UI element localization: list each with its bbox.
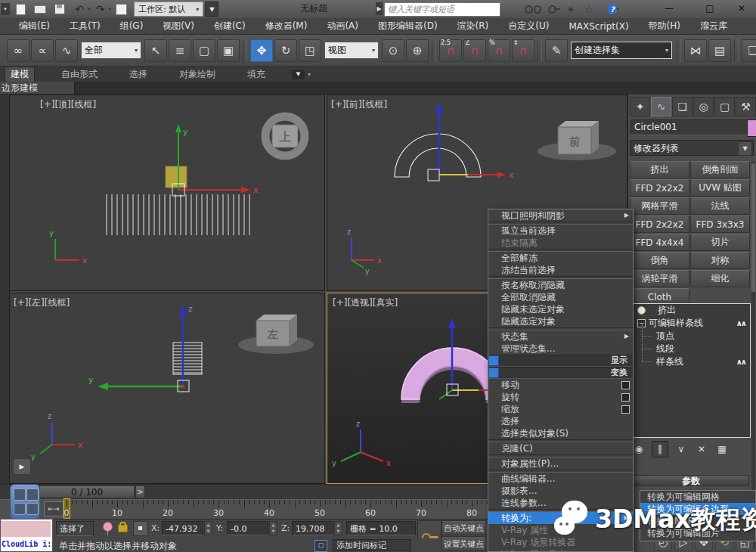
- undo-dropdown-icon[interactable]: ▾: [88, 6, 91, 12]
- context-menu-item[interactable]: 管理状态集...: [488, 343, 633, 355]
- remove-modifier-icon[interactable]: ✕: [694, 442, 709, 457]
- viewport-layout-tab-button[interactable]: [10, 484, 40, 519]
- z-axis-arrow[interactable]: [435, 103, 443, 113]
- ribbon-tab[interactable]: 自由形式: [56, 67, 103, 82]
- select-and-link-icon[interactable]: ∞: [7, 39, 29, 62]
- minimize-button[interactable]: —: [659, 3, 679, 14]
- context-menu-item[interactable]: 选择类似对象(S): [488, 427, 633, 439]
- use-pivot-center-icon[interactable]: ⊙: [382, 39, 404, 62]
- context-menu-item[interactable]: 冻结当前选择: [488, 264, 633, 276]
- context-menu-item[interactable]: 全部解冻: [488, 252, 633, 264]
- absolute-mode-transform-icon[interactable]: [133, 521, 148, 536]
- window-crossing-toggle-icon[interactable]: ▣: [217, 39, 240, 62]
- workspace-menu-button[interactable]: ▼: [205, 2, 218, 17]
- stack-item[interactable]: 顶点: [634, 330, 750, 343]
- workspace-dropdown[interactable]: 工作区: 默认▾: [134, 2, 203, 17]
- select-object-icon[interactable]: ↖: [144, 39, 167, 62]
- snap-toggle-25-icon[interactable]: ∩2.5: [439, 39, 462, 62]
- selected-profile-square[interactable]: [166, 166, 187, 188]
- quad-corner-icon[interactable]: [488, 367, 499, 378]
- context-menu-item[interactable]: 隐藏未选定对象: [488, 303, 633, 315]
- project-folder-icon[interactable]: [112, 2, 130, 17]
- save-file-icon[interactable]: [51, 2, 69, 17]
- stack-item[interactable]: 样条线∧∧: [634, 355, 750, 368]
- motion-tab[interactable]: ◎: [693, 97, 714, 116]
- context-menu-item[interactable]: 按名称取消隐藏: [488, 279, 633, 291]
- modifier-button[interactable]: 对称: [690, 252, 750, 269]
- ribbon-tab[interactable]: 填充: [242, 67, 271, 82]
- submenu-item[interactable]: 转换为可编辑网格: [640, 491, 755, 503]
- context-menu-item[interactable]: 旋转: [488, 391, 633, 403]
- tab-polygon-modeling[interactable]: 边形建模: [0, 82, 75, 94]
- stack-item[interactable]: −可编辑样条线∧∧: [634, 317, 750, 330]
- menubar-item[interactable]: 动画(A): [317, 20, 368, 33]
- quad-corner-icon[interactable]: [488, 355, 499, 366]
- modifier-button[interactable]: FFD 3x3x3: [690, 216, 750, 233]
- undo-icon[interactable]: ↶: [70, 2, 88, 17]
- open-file-icon[interactable]: [31, 2, 49, 17]
- search-icon[interactable]: [525, 2, 541, 17]
- ribbon-overflow-icon[interactable]: ▼: [292, 70, 305, 79]
- redo-icon[interactable]: ↷: [91, 2, 110, 17]
- context-menu-item[interactable]: 克隆(C): [488, 442, 633, 454]
- submenu-item[interactable]: 转换为可编辑多边形: [640, 503, 755, 515]
- y-spinner[interactable]: ▲▼: [269, 521, 277, 535]
- angle-snap-icon[interactable]: ∩∠: [463, 39, 486, 62]
- display-tab[interactable]: ▢: [714, 97, 735, 116]
- object-name-field[interactable]: Circle001: [631, 119, 748, 135]
- redo-dropdown-icon[interactable]: ▾: [109, 6, 112, 12]
- search-expand-icon[interactable]: ▶: [376, 2, 383, 15]
- modifier-button[interactable]: 倒角: [630, 252, 689, 269]
- configure-modifier-sets-icon[interactable]: ▦: [714, 442, 730, 457]
- expand-arrow-button[interactable]: ▶: [13, 458, 31, 475]
- time-slider[interactable]: 0 / 100: [39, 485, 135, 498]
- menubar-item[interactable]: 组(G): [110, 20, 153, 33]
- create-tab[interactable]: ✦: [630, 97, 650, 116]
- select-and-rotate-icon[interactable]: ↻: [274, 39, 297, 62]
- menubar-item[interactable]: 渲染(R): [448, 20, 499, 33]
- half-donut-wireframe[interactable]: [395, 134, 481, 177]
- chevron-down-icon[interactable]: ▼: [738, 141, 752, 156]
- modifier-button[interactable]: 切片: [690, 234, 750, 251]
- submenu-item[interactable]: 转换为可编辑面片: [640, 527, 755, 539]
- ribbon-tab[interactable]: 选择: [124, 67, 153, 82]
- context-menu-item[interactable]: 转换为:▶: [488, 512, 633, 524]
- app-menu-arrow-icon[interactable]: ▾: [1, 3, 10, 15]
- search-input[interactable]: 键入关键字或短语: [384, 2, 500, 17]
- x-axis-arrow[interactable]: [241, 187, 250, 193]
- select-and-manipulate-icon[interactable]: ⊕: [406, 39, 429, 62]
- menubar-item[interactable]: 编辑(E): [9, 20, 60, 33]
- menubar-item[interactable]: 创建(C): [204, 20, 256, 33]
- select-by-name-icon[interactable]: ≡: [169, 39, 191, 62]
- selection-lock-toggle-icon[interactable]: [118, 525, 128, 532]
- parameters-rollout-header[interactable]: 参数: [633, 475, 749, 486]
- menubar-item[interactable]: 修改器(M): [256, 20, 318, 33]
- y-coordinate-field[interactable]: -0.0: [227, 521, 268, 535]
- y-axis-arrow[interactable]: [175, 124, 181, 132]
- menubar-item[interactable]: 帮助(H): [639, 20, 690, 33]
- select-and-move-icon[interactable]: ✥: [250, 39, 273, 62]
- utilities-tab[interactable]: ⚒: [736, 97, 756, 116]
- submenu-item[interactable]: 转换为NURBS: [640, 515, 755, 527]
- menubar-item[interactable]: MAXScript(X): [559, 21, 638, 32]
- help-icon[interactable]: ?▾: [605, 2, 621, 17]
- menubar-item[interactable]: 视图(V): [153, 20, 204, 33]
- named-selection-sets-icon[interactable]: ✎: [545, 39, 568, 62]
- layer-manager-icon[interactable]: ❏: [742, 39, 756, 62]
- context-menu-item[interactable]: 对象属性(P)...: [488, 457, 633, 470]
- context-menu-item[interactable]: V-Ray 属性: [488, 524, 633, 536]
- modifier-button[interactable]: FFD 2x2x2: [630, 179, 689, 197]
- favorites-star-icon[interactable]: ☆: [581, 2, 597, 17]
- viewport-top[interactable]: [+][顶][线框] y x 上 y x: [9, 95, 325, 291]
- context-menu-item[interactable]: 连线参数...: [488, 497, 633, 509]
- modifier-button[interactable]: 网格平滑: [630, 197, 689, 215]
- modifier-button[interactable]: UVW 贴图: [690, 179, 750, 197]
- x-spinner[interactable]: ▲▼: [204, 521, 212, 535]
- context-menu-item[interactable]: 摄影表...: [488, 485, 633, 497]
- object-color-swatch[interactable]: [747, 119, 756, 137]
- close-button[interactable]: ✕: [732, 3, 751, 14]
- maximize-button[interactable]: □: [700, 3, 720, 14]
- set-key-mode-button[interactable]: 设置关键点: [442, 536, 486, 551]
- context-menu-item[interactable]: 移动: [488, 379, 633, 391]
- context-menu-item[interactable]: 曲线编辑器...: [488, 473, 633, 485]
